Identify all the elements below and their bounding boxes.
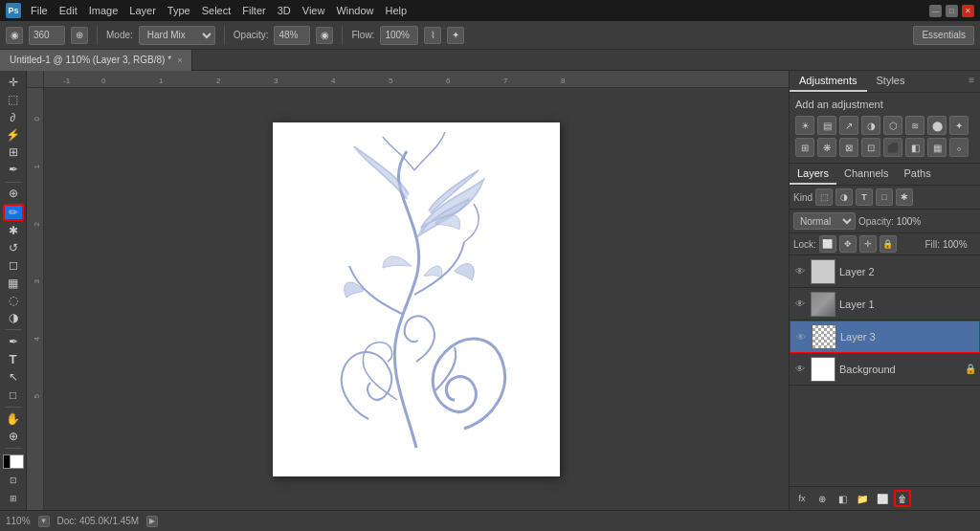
new-layer-button[interactable]: ⬜	[874, 490, 891, 507]
filter-smart-button[interactable]: ✱	[896, 188, 913, 206]
pressure-flow-icon[interactable]: ✦	[447, 27, 464, 44]
menu-3d[interactable]: 3D	[278, 5, 291, 16]
menu-layer[interactable]: Layer	[129, 5, 156, 16]
lock-all-button[interactable]: 🔒	[880, 235, 897, 253]
minimize-button[interactable]: —	[929, 5, 942, 17]
layer-fx-button[interactable]: fx	[793, 490, 811, 507]
opacity-input[interactable]	[274, 26, 310, 45]
layer-visibility-layer2[interactable]: 👁	[793, 265, 807, 278]
tab-paths[interactable]: Paths	[897, 164, 939, 185]
layer-visibility-background[interactable]: 👁	[793, 363, 807, 376]
delete-layer-button[interactable]: 🗑	[894, 490, 911, 507]
color-lookup-button[interactable]: ⊠	[839, 138, 858, 157]
layer-item-layer1[interactable]: 👁 Layer 1	[790, 288, 980, 321]
brush-tool[interactable]: ✏	[3, 204, 24, 221]
menu-view[interactable]: View	[302, 5, 325, 16]
vibrance-button[interactable]: ⬡	[883, 116, 902, 135]
zoom-tool[interactable]: ⊕	[3, 429, 24, 444]
quick-mask-button[interactable]: ⊡	[3, 473, 24, 488]
tab-adjustments[interactable]: Adjustments	[790, 71, 867, 92]
dodge-tool[interactable]: ◑	[3, 310, 24, 325]
color-balance-button[interactable]: ⬤	[927, 116, 947, 135]
zoom-dropdown[interactable]: ▼	[38, 516, 50, 527]
clone-stamp-tool[interactable]: ✱	[3, 223, 24, 238]
background-color[interactable]	[10, 454, 24, 469]
hand-tool[interactable]: ✋	[3, 410, 24, 426]
channel-mixer-button[interactable]: ❋	[817, 138, 836, 157]
threshold-button[interactable]: ◧	[905, 138, 924, 157]
layer-item-background[interactable]: 👁 Background 🔒	[790, 353, 980, 386]
panel-collapse-button[interactable]: ≡	[963, 71, 980, 92]
posterize-button[interactable]: ⬛	[883, 138, 902, 157]
maximize-button[interactable]: □	[946, 5, 958, 17]
eraser-tool[interactable]: ◻	[3, 257, 24, 273]
document-tab[interactable]: Untitled-1 @ 110% (Layer 3, RGB/8) * ×	[0, 50, 192, 71]
brightness-contrast-button[interactable]: ☀	[795, 116, 814, 135]
quick-select-tool[interactable]: ⚡	[3, 127, 24, 143]
layer-mask-button[interactable]: ⊕	[813, 490, 831, 507]
invert-button[interactable]: ⊡	[861, 138, 880, 157]
filter-adj-button[interactable]: ◑	[835, 188, 853, 206]
close-document-button[interactable]: ×	[177, 55, 182, 65]
brush-size-input[interactable]	[29, 26, 65, 45]
type-tool[interactable]: T	[3, 351, 24, 367]
filter-type-button[interactable]: T	[856, 188, 873, 206]
layer-group-button[interactable]: 📁	[854, 490, 871, 507]
status-bar: 110% ▼ Doc: 405.0K/1.45M ▶	[0, 510, 980, 531]
always-use-pressure-opacity-icon[interactable]: ◉	[316, 27, 333, 44]
layer-blend-mode-select[interactable]: Normal Multiply Hard Mix	[793, 212, 856, 230]
brush-preset-picker[interactable]: ◉	[6, 27, 23, 44]
essentials-button[interactable]: Essentials	[913, 26, 974, 45]
curves-button[interactable]: ↗	[839, 116, 858, 135]
filter-pixel-button[interactable]: ⬚	[815, 188, 833, 206]
color-boxes[interactable]	[3, 454, 24, 470]
eyedropper-tool[interactable]: ✒	[3, 162, 24, 177]
gradient-tool[interactable]: ▦	[3, 275, 24, 290]
lock-transparent-button[interactable]: ⬜	[819, 235, 836, 253]
tab-channels[interactable]: Channels	[836, 164, 896, 185]
menu-image[interactable]: Image	[89, 5, 119, 16]
flow-input[interactable]	[380, 26, 418, 45]
layer-visibility-layer1[interactable]: 👁	[793, 298, 807, 311]
tab-layers[interactable]: Layers	[790, 164, 836, 185]
photo-filter-button[interactable]: ⊞	[795, 138, 814, 157]
tab-styles[interactable]: Styles	[867, 71, 915, 92]
menu-window[interactable]: Window	[336, 5, 373, 16]
pen-tool[interactable]: ✒	[3, 334, 24, 349]
doc-info-arrow[interactable]: ▶	[146, 516, 158, 527]
layer-item-layer2[interactable]: 👁 Layer 2	[790, 255, 980, 288]
menu-help[interactable]: Help	[386, 5, 408, 16]
lock-pixels-button[interactable]: ✥	[839, 235, 857, 253]
selective-color-button[interactable]: ⬦	[949, 138, 969, 157]
gradient-map-button[interactable]: ▦	[927, 138, 947, 157]
hue-saturation-button[interactable]: ≋	[905, 116, 924, 135]
airbrush-icon[interactable]: ⌇	[424, 27, 441, 44]
blur-tool[interactable]: ◌	[3, 293, 24, 308]
menu-select[interactable]: Select	[202, 5, 232, 16]
levels-button[interactable]: ▤	[817, 116, 836, 135]
history-brush-tool[interactable]: ↺	[3, 240, 24, 255]
menu-edit[interactable]: Edit	[59, 5, 78, 16]
spot-heal-tool[interactable]: ⊕	[3, 186, 24, 201]
layer-adjustment-button[interactable]: ◧	[834, 490, 851, 507]
black-white-button[interactable]: ✦	[949, 116, 969, 135]
filter-shape-button[interactable]: □	[876, 188, 893, 206]
layer-name-background: Background	[839, 364, 961, 375]
exposure-button[interactable]: ◑	[861, 116, 880, 135]
marquee-tool[interactable]: ⬚	[3, 92, 24, 107]
ruler-top: -1 0 1 2 3 4 5 6 7 8	[44, 71, 789, 88]
menu-file[interactable]: File	[31, 5, 48, 16]
blend-mode-select[interactable]: Hard Mix Normal Multiply	[139, 26, 215, 45]
menu-filter[interactable]: Filter	[242, 5, 265, 16]
path-selection-tool[interactable]: ↖	[3, 369, 24, 385]
screen-mode-button[interactable]: ⊞	[3, 491, 24, 506]
layer-visibility-layer3[interactable]: 👁	[794, 330, 808, 343]
close-button[interactable]: ✕	[962, 5, 974, 17]
lasso-tool[interactable]: ∂	[3, 110, 24, 125]
lock-position-button[interactable]: ✛	[859, 235, 877, 253]
move-tool[interactable]: ✛	[3, 75, 24, 90]
rectangle-tool[interactable]: □	[3, 387, 24, 402]
layer-item-layer3[interactable]: 👁 Layer 3	[790, 321, 980, 353]
menu-type[interactable]: Type	[167, 5, 190, 16]
crop-tool[interactable]: ⊞	[3, 144, 24, 160]
